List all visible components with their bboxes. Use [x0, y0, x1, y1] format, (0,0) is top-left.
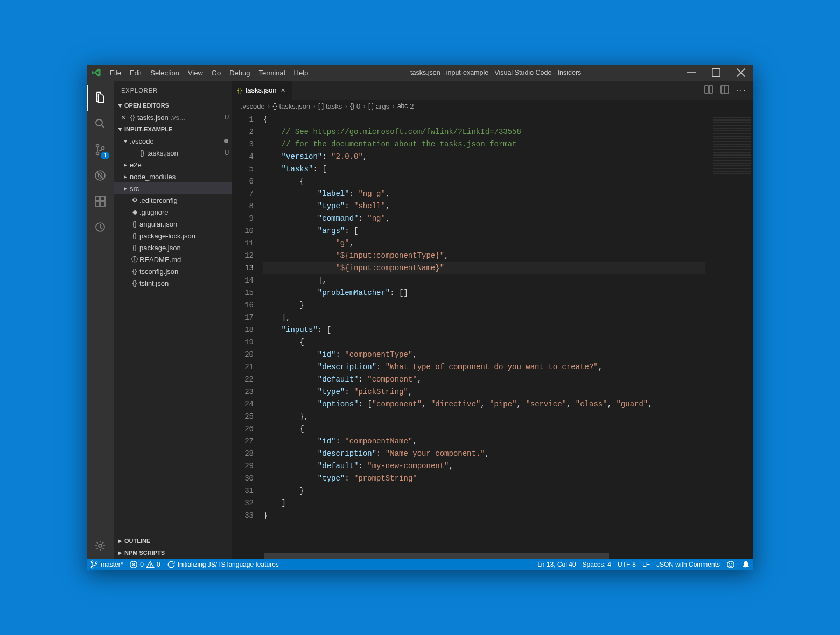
- minimize-button[interactable]: [679, 65, 704, 81]
- more-icon[interactable]: ···: [737, 86, 747, 95]
- close-button[interactable]: [729, 65, 753, 81]
- status-eol[interactable]: LF: [639, 559, 653, 570]
- json-icon: {}: [128, 114, 137, 121]
- svg-point-2: [96, 145, 99, 147]
- vscode-window: File Edit Selection View Go Debug Termin…: [87, 65, 753, 570]
- tree-item-tslint-json[interactable]: {}tslint.json: [114, 277, 232, 289]
- section-outline[interactable]: ▸ OUTLINE: [114, 535, 232, 547]
- activity-search[interactable]: [87, 111, 114, 137]
- status-language[interactable]: JSON with Comments: [653, 559, 723, 570]
- activity-debug[interactable]: [87, 163, 114, 188]
- chevron-right-icon: ›: [361, 102, 367, 110]
- twisty-icon: ▸: [121, 185, 130, 192]
- breadcrumb-type-icon: {}: [350, 102, 355, 110]
- file-label: .gitignore: [139, 208, 232, 216]
- maximize-button[interactable]: [704, 65, 729, 81]
- breadcrumb-type-icon: {}: [272, 102, 278, 110]
- section-open-editors[interactable]: ▾ OPEN EDITORS: [114, 100, 232, 111]
- menu-selection[interactable]: Selection: [146, 65, 183, 81]
- breadcrumb-type-icon: abc: [397, 102, 409, 110]
- tree-item--editorconfig[interactable]: ⚙.editorconfig: [114, 194, 232, 206]
- section-workspace[interactable]: ▾ INPUT-EXAMPLE: [114, 123, 232, 135]
- status-bar: master* 0 0 Initializing JS/TS language …: [87, 559, 753, 570]
- status-feedback[interactable]: [723, 559, 738, 570]
- chevron-right-icon: ▸: [116, 537, 124, 545]
- app-logo: [87, 68, 106, 77]
- scm-badge: 1: [101, 152, 109, 159]
- close-icon[interactable]: ×: [119, 113, 128, 122]
- files-icon: [94, 91, 107, 104]
- gear-icon: ⚙: [130, 196, 139, 204]
- svg-rect-0: [712, 69, 720, 76]
- split-editor-icon[interactable]: [720, 85, 729, 96]
- editor-body: 1234567891011121314151617181920212223242…: [232, 112, 753, 553]
- activity-scm[interactable]: 1: [87, 137, 114, 163]
- tree-item-e2e[interactable]: ▸e2e: [114, 159, 232, 171]
- menu-view[interactable]: View: [184, 65, 207, 81]
- code-editor[interactable]: { // See https://go.microsoft.com/fwlink…: [263, 112, 705, 553]
- breadcrumb-item[interactable]: tasks.json: [279, 102, 311, 110]
- breadcrumb-item[interactable]: 2: [410, 102, 414, 110]
- activity-custom[interactable]: [87, 214, 114, 240]
- tree-item--gitignore[interactable]: ◆.gitignore: [114, 206, 232, 218]
- tree-item--vscode[interactable]: ▾.vscode: [114, 135, 232, 147]
- activity-explorer[interactable]: [87, 85, 114, 111]
- menu-go[interactable]: Go: [207, 65, 225, 81]
- menu-help[interactable]: Help: [290, 65, 313, 81]
- git-decoration: U: [222, 149, 232, 157]
- editor-actions: ···: [698, 81, 753, 100]
- scrollbar-thumb[interactable]: [264, 553, 609, 559]
- window-title: tasks.json - input-example - Visual Stud…: [312, 69, 679, 76]
- menu-terminal[interactable]: Terminal: [254, 65, 289, 81]
- svg-point-17: [91, 566, 93, 568]
- json-icon: {}: [130, 232, 139, 239]
- activity-settings[interactable]: [87, 533, 114, 559]
- status-notifications[interactable]: [738, 559, 753, 570]
- chevron-right-icon: ›: [311, 102, 317, 110]
- status-indent[interactable]: Spaces: 4: [579, 559, 614, 570]
- minimap[interactable]: [705, 112, 753, 553]
- open-editor-item[interactable]: × {} tasks.json .vs... U: [114, 111, 232, 123]
- menu-debug[interactable]: Debug: [225, 65, 254, 81]
- close-icon[interactable]: ×: [280, 86, 286, 95]
- sidebar-title: EXPLORER: [114, 81, 232, 100]
- menu-edit[interactable]: Edit: [125, 65, 146, 81]
- sidebar: EXPLORER ▾ OPEN EDITORS × {} tasks.json …: [114, 81, 232, 559]
- file-label: tasks.json .vs...: [137, 114, 222, 122]
- status-encoding[interactable]: UTF-8: [614, 559, 639, 570]
- breadcrumb-item[interactable]: tasks: [326, 102, 342, 110]
- status-cursor[interactable]: Ln 13, Col 40: [534, 559, 579, 570]
- file-label: angular.json: [139, 220, 232, 228]
- breadcrumb-item[interactable]: args: [376, 102, 389, 110]
- tree-item-package-json[interactable]: {}package.json: [114, 242, 232, 253]
- status-branch[interactable]: master*: [87, 559, 126, 570]
- tree-item-README-md[interactable]: ⓘREADME.md: [114, 253, 232, 265]
- status-language-init[interactable]: Initializing JS/TS language features: [164, 559, 282, 570]
- file-label: .editorconfig: [139, 196, 232, 204]
- tree-item-tasks-json[interactable]: {}tasks.jsonU: [114, 147, 232, 159]
- chevron-down-icon: ▾: [116, 102, 124, 109]
- section-label: NPM SCRIPTS: [124, 549, 165, 556]
- diff-icon[interactable]: [704, 85, 713, 96]
- tree-item-node_modules[interactable]: ▸node_modules: [114, 171, 232, 182]
- tree-item-src[interactable]: ▸src: [114, 182, 232, 194]
- tree-item-package-lock-json[interactable]: {}package-lock.json: [114, 230, 232, 242]
- sync-icon: [167, 560, 176, 569]
- breadcrumb-item[interactable]: .vscode: [241, 102, 265, 110]
- twisty-icon: ▸: [121, 173, 130, 180]
- breadcrumb-type-icon: [ ]: [368, 102, 375, 110]
- horizontal-scrollbar[interactable]: [232, 553, 753, 559]
- tree-item-tsconfig-json[interactable]: {}tsconfig.json: [114, 265, 232, 277]
- editor-tab[interactable]: {} tasks.json ×: [232, 81, 292, 100]
- breadcrumb-item[interactable]: 0: [356, 102, 360, 110]
- tab-label: tasks.json: [246, 86, 277, 94]
- breadcrumb-type-icon: [ ]: [318, 102, 325, 110]
- svg-point-20: [150, 566, 150, 567]
- status-problems[interactable]: 0 0: [126, 559, 163, 570]
- breadcrumb[interactable]: .vscode›{}tasks.json›[ ]tasks›{}0›[ ]arg…: [232, 100, 753, 112]
- tree-item-angular-json[interactable]: {}angular.json: [114, 218, 232, 230]
- activity-extensions[interactable]: [87, 188, 114, 214]
- section-npm-scripts[interactable]: ▸ NPM SCRIPTS: [114, 547, 232, 559]
- section-label: INPUT-EXAMPLE: [124, 126, 172, 132]
- menu-file[interactable]: File: [106, 65, 125, 81]
